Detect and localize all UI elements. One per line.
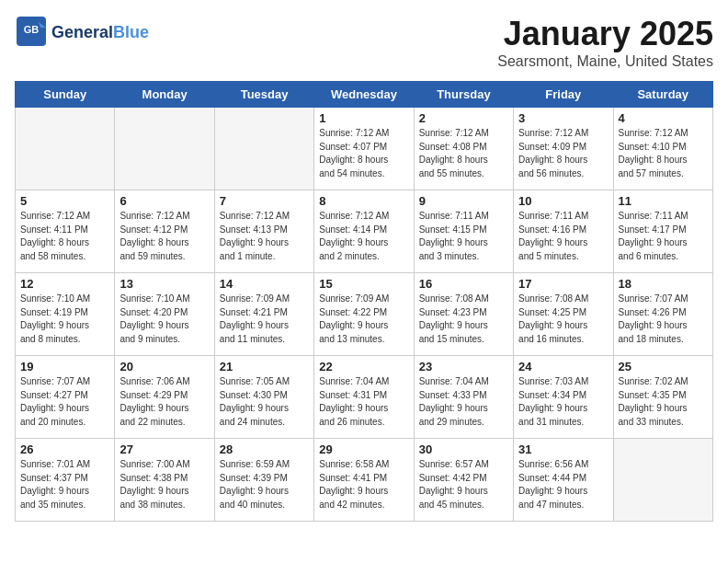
day-info: Sunrise: 7:07 AM Sunset: 4:26 PM Dayligh… <box>619 293 708 346</box>
calendar-cell: 8Sunrise: 7:12 AM Sunset: 4:14 PM Daylig… <box>314 190 414 273</box>
day-number: 18 <box>619 277 708 291</box>
day-number: 16 <box>419 277 508 291</box>
calendar-cell: 13Sunrise: 7:10 AM Sunset: 4:20 PM Dayli… <box>115 273 214 356</box>
calendar-week-row: 19Sunrise: 7:07 AM Sunset: 4:27 PM Dayli… <box>16 356 713 439</box>
calendar-cell: 31Sunrise: 6:56 AM Sunset: 4:44 PM Dayli… <box>514 439 613 522</box>
calendar-cell: 18Sunrise: 7:07 AM Sunset: 4:26 PM Dayli… <box>613 273 712 356</box>
day-number: 5 <box>20 194 109 208</box>
month-title: January 2025 <box>497 15 713 53</box>
calendar-cell: 11Sunrise: 7:11 AM Sunset: 4:17 PM Dayli… <box>613 190 712 273</box>
day-number: 4 <box>619 111 708 125</box>
calendar-cell: 28Sunrise: 6:59 AM Sunset: 4:39 PM Dayli… <box>214 439 313 522</box>
calendar-cell: 27Sunrise: 7:00 AM Sunset: 4:38 PM Dayli… <box>115 439 214 522</box>
day-info: Sunrise: 7:04 AM Sunset: 4:31 PM Dayligh… <box>319 375 408 429</box>
svg-text:GB: GB <box>24 24 40 35</box>
calendar-cell: 9Sunrise: 7:11 AM Sunset: 4:15 PM Daylig… <box>414 190 513 273</box>
calendar-cell: 3Sunrise: 7:12 AM Sunset: 4:09 PM Daylig… <box>514 108 613 190</box>
calendar-header-row: SundayMondayTuesdayWednesdayThursdayFrid… <box>16 82 713 108</box>
day-info: Sunrise: 6:56 AM Sunset: 4:44 PM Dayligh… <box>518 458 608 511</box>
calendar-cell: 5Sunrise: 7:12 AM Sunset: 4:11 PM Daylig… <box>16 190 115 273</box>
calendar-cell: 15Sunrise: 7:09 AM Sunset: 4:22 PM Dayli… <box>314 273 414 356</box>
day-of-week-header: Saturday <box>613 82 712 108</box>
calendar-cell <box>214 108 313 190</box>
day-number: 2 <box>419 111 508 125</box>
day-info: Sunrise: 7:09 AM Sunset: 4:22 PM Dayligh… <box>319 293 408 346</box>
day-info: Sunrise: 7:07 AM Sunset: 4:27 PM Dayligh… <box>20 375 109 429</box>
day-info: Sunrise: 7:00 AM Sunset: 4:38 PM Dayligh… <box>119 458 209 511</box>
day-info: Sunrise: 7:09 AM Sunset: 4:21 PM Dayligh… <box>220 293 309 346</box>
logo-icon: GB <box>15 15 48 52</box>
logo: GB GeneralBlue <box>15 15 149 52</box>
calendar-cell: 14Sunrise: 7:09 AM Sunset: 4:21 PM Dayli… <box>214 273 313 356</box>
calendar-cell: 23Sunrise: 7:04 AM Sunset: 4:33 PM Dayli… <box>414 356 513 439</box>
calendar-week-row: 12Sunrise: 7:10 AM Sunset: 4:19 PM Dayli… <box>16 273 713 356</box>
header: GB GeneralBlue January 2025 Searsmont, M… <box>15 15 713 70</box>
day-info: Sunrise: 7:02 AM Sunset: 4:35 PM Dayligh… <box>619 375 708 429</box>
calendar-cell: 20Sunrise: 7:06 AM Sunset: 4:29 PM Dayli… <box>115 356 214 439</box>
day-number: 9 <box>419 194 508 208</box>
calendar-cell: 29Sunrise: 6:58 AM Sunset: 4:41 PM Dayli… <box>314 439 414 522</box>
day-number: 12 <box>20 277 109 291</box>
day-number: 7 <box>220 194 309 208</box>
calendar-cell <box>613 439 712 522</box>
day-of-week-header: Monday <box>115 82 214 108</box>
day-number: 28 <box>220 442 309 456</box>
day-of-week-header: Tuesday <box>214 82 313 108</box>
day-of-week-header: Wednesday <box>314 82 414 108</box>
calendar-cell: 7Sunrise: 7:12 AM Sunset: 4:13 PM Daylig… <box>214 190 313 273</box>
day-info: Sunrise: 7:12 AM Sunset: 4:14 PM Dayligh… <box>319 210 408 263</box>
day-number: 22 <box>319 360 408 373</box>
day-number: 26 <box>20 442 109 456</box>
day-info: Sunrise: 7:03 AM Sunset: 4:34 PM Dayligh… <box>518 375 608 429</box>
day-number: 3 <box>518 111 608 125</box>
day-info: Sunrise: 7:01 AM Sunset: 4:37 PM Dayligh… <box>20 458 109 511</box>
calendar-cell: 21Sunrise: 7:05 AM Sunset: 4:30 PM Dayli… <box>214 356 313 439</box>
day-number: 15 <box>319 277 408 291</box>
day-number: 29 <box>319 442 408 456</box>
day-number: 13 <box>119 277 209 291</box>
day-number: 23 <box>419 360 508 373</box>
calendar-cell: 10Sunrise: 7:11 AM Sunset: 4:16 PM Dayli… <box>514 190 613 273</box>
calendar-cell: 2Sunrise: 7:12 AM Sunset: 4:08 PM Daylig… <box>414 108 513 190</box>
day-info: Sunrise: 7:11 AM Sunset: 4:16 PM Dayligh… <box>518 210 608 263</box>
day-info: Sunrise: 7:12 AM Sunset: 4:10 PM Dayligh… <box>619 127 708 180</box>
day-info: Sunrise: 7:12 AM Sunset: 4:08 PM Dayligh… <box>419 127 508 180</box>
day-number: 25 <box>619 360 708 373</box>
calendar-cell: 17Sunrise: 7:08 AM Sunset: 4:25 PM Dayli… <box>514 273 613 356</box>
calendar-cell: 19Sunrise: 7:07 AM Sunset: 4:27 PM Dayli… <box>16 356 115 439</box>
day-number: 27 <box>119 442 209 456</box>
day-info: Sunrise: 7:12 AM Sunset: 4:12 PM Dayligh… <box>119 210 209 263</box>
day-info: Sunrise: 7:10 AM Sunset: 4:19 PM Dayligh… <box>20 293 109 346</box>
day-info: Sunrise: 7:10 AM Sunset: 4:20 PM Dayligh… <box>119 293 209 346</box>
day-of-week-header: Friday <box>514 82 613 108</box>
day-number: 31 <box>518 442 608 456</box>
day-info: Sunrise: 6:57 AM Sunset: 4:42 PM Dayligh… <box>419 458 508 511</box>
day-info: Sunrise: 7:08 AM Sunset: 4:23 PM Dayligh… <box>419 293 508 346</box>
calendar-cell: 22Sunrise: 7:04 AM Sunset: 4:31 PM Dayli… <box>314 356 414 439</box>
day-info: Sunrise: 7:04 AM Sunset: 4:33 PM Dayligh… <box>419 375 508 429</box>
day-number: 30 <box>419 442 508 456</box>
day-number: 24 <box>518 360 608 373</box>
calendar-cell: 24Sunrise: 7:03 AM Sunset: 4:34 PM Dayli… <box>514 356 613 439</box>
calendar-cell: 16Sunrise: 7:08 AM Sunset: 4:23 PM Dayli… <box>414 273 513 356</box>
day-number: 8 <box>319 194 408 208</box>
calendar-cell <box>115 108 214 190</box>
calendar-cell: 6Sunrise: 7:12 AM Sunset: 4:12 PM Daylig… <box>115 190 214 273</box>
day-info: Sunrise: 7:11 AM Sunset: 4:15 PM Dayligh… <box>419 210 508 263</box>
day-number: 17 <box>518 277 608 291</box>
calendar-cell: 30Sunrise: 6:57 AM Sunset: 4:42 PM Dayli… <box>414 439 513 522</box>
calendar-week-row: 26Sunrise: 7:01 AM Sunset: 4:37 PM Dayli… <box>16 439 713 522</box>
day-info: Sunrise: 7:12 AM Sunset: 4:13 PM Dayligh… <box>220 210 309 263</box>
calendar-week-row: 1Sunrise: 7:12 AM Sunset: 4:07 PM Daylig… <box>16 108 713 190</box>
day-info: Sunrise: 7:12 AM Sunset: 4:07 PM Dayligh… <box>319 127 408 180</box>
day-number: 6 <box>119 194 209 208</box>
calendar-cell: 1Sunrise: 7:12 AM Sunset: 4:07 PM Daylig… <box>314 108 414 190</box>
day-info: Sunrise: 7:12 AM Sunset: 4:11 PM Dayligh… <box>20 210 109 263</box>
day-info: Sunrise: 6:58 AM Sunset: 4:41 PM Dayligh… <box>319 458 408 511</box>
logo-text: GeneralBlue <box>51 24 149 42</box>
day-info: Sunrise: 7:08 AM Sunset: 4:25 PM Dayligh… <box>518 293 608 346</box>
location-subtitle: Searsmont, Maine, United States <box>497 53 713 70</box>
day-info: Sunrise: 7:12 AM Sunset: 4:09 PM Dayligh… <box>518 127 608 180</box>
day-number: 19 <box>20 360 109 373</box>
calendar-cell: 4Sunrise: 7:12 AM Sunset: 4:10 PM Daylig… <box>613 108 712 190</box>
